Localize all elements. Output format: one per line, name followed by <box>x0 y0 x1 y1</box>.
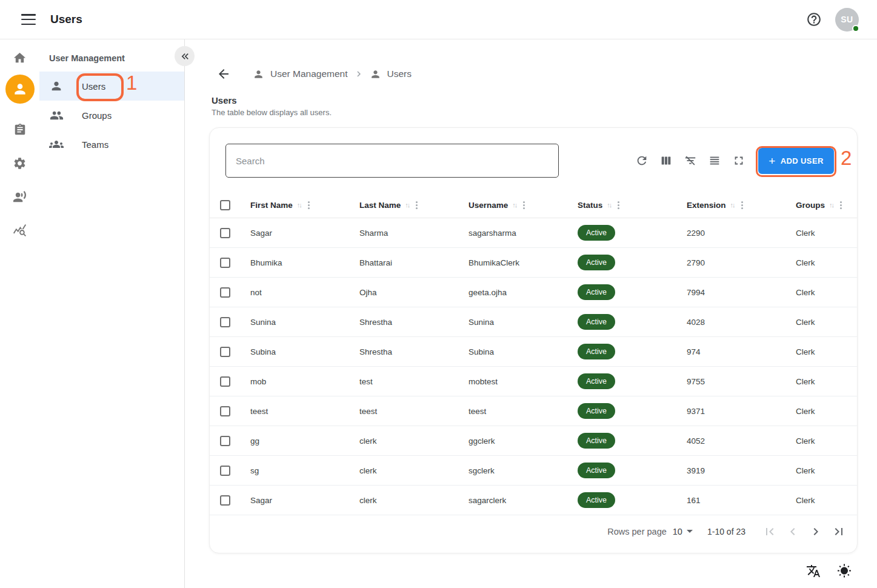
page-subtitle: The table below displays all users. <box>212 108 332 117</box>
analytics-icon[interactable] <box>13 222 27 237</box>
sort-icon[interactable]: ↑↓ <box>607 201 611 209</box>
row-checkbox[interactable] <box>220 347 230 357</box>
user-management-rail-icon[interactable] <box>5 75 35 104</box>
column-menu-icon[interactable] <box>741 204 743 206</box>
tasks-icon[interactable] <box>13 122 27 137</box>
breadcrumb-user-management[interactable]: User Management <box>253 68 348 80</box>
row-checkbox[interactable] <box>220 406 230 416</box>
rows-per-page-select[interactable]: 10 <box>673 527 693 536</box>
cell-groups: Clerk <box>785 347 857 356</box>
table-row[interactable]: gg clerk ggclerk Active 4052 Clerk <box>210 426 857 456</box>
table-row[interactable]: Subina Shrestha Subina Active 974 Clerk <box>210 337 857 367</box>
column-menu-icon[interactable] <box>308 204 310 206</box>
status-badge: Active <box>578 225 615 241</box>
cell-last-name: Sharma <box>349 229 458 238</box>
cell-first-name: Subina <box>240 347 349 356</box>
row-checkbox[interactable] <box>220 258 230 268</box>
table-row[interactable]: not Ojha geeta.ojha Active 7994 Clerk <box>210 278 857 307</box>
pagination-range: 1-10 of 23 <box>707 527 745 536</box>
last-page-icon[interactable] <box>830 523 847 540</box>
cell-extension: 7994 <box>676 288 785 297</box>
row-checkbox[interactable] <box>220 317 230 327</box>
table-row[interactable]: Bhumika Bhattarai BhumikaClerk Active 27… <box>210 248 857 278</box>
status-badge: Active <box>578 403 615 419</box>
groups-icon <box>49 137 64 152</box>
sidebar-item-users[interactable]: Users <box>39 72 184 101</box>
cell-last-name: clerk <box>349 496 458 505</box>
sidebar-item-label: Teams <box>82 139 108 150</box>
sort-icon[interactable]: ↑↓ <box>297 201 301 209</box>
users-table-card: + ADD USER First Name↑↓ Last Name↑↓ User… <box>209 127 858 553</box>
column-header: Groups <box>796 201 825 210</box>
cell-username: BhumikaClerk <box>458 258 567 267</box>
previous-page-icon[interactable] <box>784 523 801 540</box>
sort-icon[interactable]: ↑↓ <box>405 201 409 209</box>
sort-icon[interactable]: ↑↓ <box>512 201 516 209</box>
column-header: Last Name <box>359 201 401 210</box>
filter-off-icon[interactable] <box>683 153 698 168</box>
sidebar-item-label: Users <box>82 81 105 92</box>
column-menu-icon[interactable] <box>523 204 525 206</box>
row-checkbox[interactable] <box>220 287 230 298</box>
search-input[interactable] <box>225 144 559 178</box>
top-app-bar: Users SU <box>0 0 877 39</box>
table-row[interactable]: sg clerk sgclerk Active 3919 Clerk <box>210 456 857 486</box>
row-checkbox[interactable] <box>220 436 230 446</box>
density-icon[interactable] <box>707 153 722 168</box>
cell-first-name: Bhumika <box>240 258 349 267</box>
table-row[interactable]: Sagar Sharma sagarsharma Active 2290 Cle… <box>210 218 857 248</box>
caret-down-icon <box>687 530 693 533</box>
row-checkbox[interactable] <box>220 376 230 387</box>
help-icon[interactable] <box>806 12 822 27</box>
first-page-icon[interactable] <box>761 523 778 540</box>
sidebar-item-groups[interactable]: Groups <box>39 101 184 130</box>
refresh-icon[interactable] <box>635 153 649 168</box>
status-badge: Active <box>578 463 615 478</box>
select-all-checkbox[interactable] <box>220 200 230 210</box>
cell-last-name: Shrestha <box>349 347 458 356</box>
back-arrow-icon[interactable] <box>216 67 231 81</box>
cell-first-name: Sagar <box>240 229 349 238</box>
row-checkbox[interactable] <box>220 495 230 506</box>
table-row[interactable]: Sagar clerk sagarclerk Active 161 Clerk <box>210 486 857 515</box>
cell-groups: Clerk <box>785 407 857 416</box>
settings-icon[interactable] <box>13 156 27 170</box>
breadcrumb-users[interactable]: Users <box>370 68 412 80</box>
cell-username: mobtest <box>458 377 567 386</box>
cell-extension: 9371 <box>676 407 785 416</box>
brightness-icon[interactable] <box>837 564 852 578</box>
cell-first-name: mob <box>240 377 349 386</box>
chevron-right-icon <box>353 68 364 79</box>
avatar[interactable]: SU <box>835 8 859 32</box>
menu-icon[interactable] <box>21 14 36 25</box>
table-row[interactable]: Sunina Shrestha Sunina Active 4028 Clerk <box>210 307 857 337</box>
cell-extension: 974 <box>676 347 785 356</box>
column-menu-icon[interactable] <box>618 204 619 206</box>
column-menu-icon[interactable] <box>416 204 418 206</box>
sort-icon[interactable]: ↑↓ <box>730 201 735 209</box>
column-menu-icon[interactable] <box>840 204 842 206</box>
next-page-icon[interactable] <box>807 523 824 540</box>
table-row[interactable]: mob test mobtest Active 9755 Clerk <box>210 367 857 396</box>
cell-extension: 2790 <box>676 258 785 267</box>
translate-icon[interactable] <box>806 564 821 578</box>
cell-last-name: teest <box>349 407 458 416</box>
column-header: Status <box>578 201 602 210</box>
sidebar-item-teams[interactable]: Teams <box>39 130 184 159</box>
row-checkbox[interactable] <box>220 228 230 238</box>
table-header-row: First Name↑↓ Last Name↑↓ Username↑↓ Stat… <box>210 192 857 218</box>
voice-support-icon[interactable] <box>13 189 27 204</box>
status-badge: Active <box>578 284 615 300</box>
home-icon[interactable] <box>13 50 27 65</box>
avatar-initials: SU <box>841 15 853 24</box>
status-badge: Active <box>578 344 615 359</box>
column-header: Username <box>469 201 508 210</box>
add-user-button[interactable]: + ADD USER <box>758 148 834 174</box>
status-badge: Active <box>578 255 615 270</box>
table-row[interactable]: teest teest teest Active 9371 Clerk <box>210 396 857 426</box>
collapse-sidebar-button[interactable] <box>175 46 195 66</box>
fullscreen-icon[interactable] <box>732 153 746 168</box>
row-checkbox[interactable] <box>220 466 230 476</box>
sort-icon[interactable]: ↑↓ <box>829 201 833 209</box>
columns-icon[interactable] <box>659 153 673 168</box>
